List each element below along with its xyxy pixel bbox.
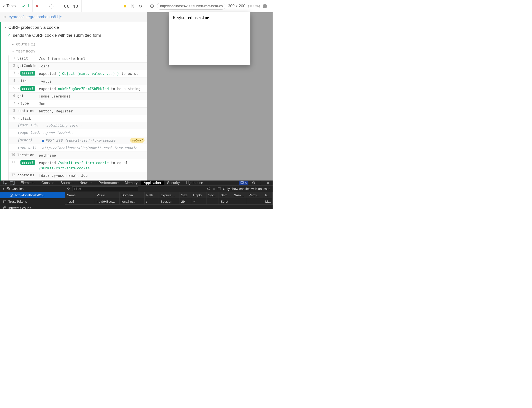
column-header[interactable]: HttpO...: [191, 192, 206, 198]
spec-file-bar[interactable]: 🗎 cypress/integration/bonus81.js: [0, 12, 147, 22]
command-row[interactable]: 13wait@submit: [9, 179, 147, 180]
spinner-icon: ◯: [49, 4, 54, 8]
chevron-left-icon: ‹: [3, 3, 5, 9]
database-icon: [3, 206, 7, 209]
table-cell: Session: [159, 198, 179, 205]
svg-point-12: [8, 189, 9, 189]
check-icon: ✓: [22, 3, 26, 9]
svg-point-17: [3, 200, 6, 201]
refresh-icon[interactable]: ⟳: [67, 187, 70, 191]
tab-performance[interactable]: Performance: [95, 180, 122, 185]
tab-console[interactable]: Console: [38, 180, 58, 185]
sidebar-cookie-origin[interactable]: http://localhost:4200: [0, 192, 65, 198]
tab-security[interactable]: Security: [164, 180, 183, 185]
devtools-sidebar: ▼ Cookies http://localhost:4200 Trust To…: [0, 186, 65, 209]
svg-point-16: [11, 196, 12, 196]
column-header[interactable]: Path: [144, 192, 159, 198]
close-icon[interactable]: ✕: [266, 181, 269, 185]
command-event[interactable]: (other)POST 200 /submit-csrf-form-cookie…: [9, 137, 147, 144]
pass-count: ✓1: [19, 0, 33, 12]
command-event[interactable]: (form sub)--submitting form--: [9, 122, 147, 129]
tab-lighthouse[interactable]: Lighthouse: [183, 180, 206, 185]
routes-section[interactable]: ▶ ROUTES (1): [0, 41, 147, 48]
cookies-icon: [10, 194, 13, 197]
column-header[interactable]: Value: [95, 192, 120, 198]
table-cell: [206, 198, 219, 205]
rerun-button[interactable]: ⟳: [139, 3, 143, 9]
column-header[interactable]: Name: [65, 192, 95, 198]
column-header[interactable]: Sam...: [219, 192, 232, 198]
column-header[interactable]: P...: [263, 192, 273, 198]
clear-icon[interactable]: ✕: [213, 187, 215, 191]
command-row[interactable]: 3- assertexpected { Object (name, value,…: [9, 70, 147, 77]
tab-sources[interactable]: Sources: [57, 180, 77, 185]
inspect-icon[interactable]: [3, 181, 7, 185]
tests-back-button[interactable]: ‹ Tests: [0, 0, 19, 12]
cookie-filter-input[interactable]: [72, 187, 138, 191]
info-icon[interactable]: i: [263, 4, 267, 8]
command-event[interactable]: (page load)--page loaded--: [9, 129, 147, 137]
table-cell: [232, 198, 247, 205]
aut-url-box[interactable]: http://localhost:4200/submit-csrf-form-c…: [157, 3, 225, 10]
column-header[interactable]: Sec...: [206, 192, 219, 198]
svg-point-15: [12, 194, 12, 195]
svg-point-18: [3, 206, 6, 207]
sidebar-item-trust-tokens[interactable]: Trust Tokens: [0, 198, 65, 205]
command-row[interactable]: 6get[name=username]: [9, 93, 147, 100]
device-icon[interactable]: [10, 181, 15, 185]
command-row[interactable]: 7- typeJoe: [9, 100, 147, 108]
selector-playground-button[interactable]: [150, 4, 154, 8]
command-row[interactable]: 4- its.value: [9, 78, 147, 85]
svg-point-1: [152, 6, 153, 6]
sidebar-item-interest-groups[interactable]: Interest Groups: [0, 205, 65, 209]
caret-down-icon: ▼: [12, 50, 15, 53]
command-row[interactable]: 11- assertexpected /submit-csrf-form-coo…: [9, 159, 147, 172]
suite-title: CSRF protection via cookie: [8, 25, 59, 30]
command-event[interactable]: (new url)http://localhost:4200/submit-cs…: [9, 144, 147, 152]
tab-network[interactable]: Network: [77, 180, 95, 185]
suite-header[interactable]: ▼ CSRF protection via cookie: [0, 22, 147, 32]
command-row[interactable]: 1visit/csrf-form-cookie.html: [9, 55, 147, 63]
only-issue-checkbox[interactable]: [218, 187, 221, 190]
column-header[interactable]: Expires ...: [159, 192, 179, 198]
test-body-section[interactable]: ▼ TEST BODY: [0, 48, 147, 55]
table-cell: 29: [179, 198, 191, 205]
column-header[interactable]: Domain: [120, 192, 145, 198]
command-row[interactable]: 8containsbutton, Register: [9, 108, 147, 115]
tab-memory[interactable]: Memory: [122, 180, 141, 185]
command-log: ▼ CSRF protection via cookie ✓ sends the…: [0, 22, 147, 180]
filter-icon[interactable]: [206, 187, 210, 190]
column-header[interactable]: Same...: [232, 192, 247, 198]
svg-point-9: [7, 187, 9, 190]
caret-down-icon: ▼: [4, 26, 7, 29]
svg-rect-7: [10, 182, 13, 184]
database-icon: [3, 200, 7, 203]
tab-application[interactable]: Application: [141, 180, 164, 185]
devtools-messages-badge[interactable]: 5: [239, 181, 249, 185]
svg-point-22: [209, 187, 210, 188]
command-row[interactable]: 12contains[data-cy=username], Joe: [9, 172, 147, 179]
aut-iframe[interactable]: Registered user Joe: [169, 12, 250, 65]
command-row[interactable]: 2getCookie_csrf: [9, 63, 147, 70]
command-list: 1visit/csrf-form-cookie.html2getCookie_c…: [8, 55, 147, 180]
test-row[interactable]: ✓ sends the CSRF cookie with the submitt…: [0, 32, 147, 41]
column-header[interactable]: Size: [179, 192, 191, 198]
more-icon[interactable]: ⋮: [259, 180, 263, 185]
table-cell: ✓: [191, 198, 206, 205]
command-row[interactable]: 10locationpathname: [9, 152, 147, 159]
sidebar-group-cookies[interactable]: ▼ Cookies: [0, 186, 65, 192]
test-title: sends the CSRF cookie with the submitted…: [13, 33, 101, 38]
cookies-table[interactable]: NameValueDomainPathExpires ...SizeHttpO.…: [65, 192, 273, 209]
viewport-toggle-button[interactable]: ⇅: [131, 3, 134, 9]
tab-elements[interactable]: Elements: [17, 180, 38, 185]
settings-icon[interactable]: ⚙: [252, 180, 256, 185]
column-header[interactable]: Partitio...: [247, 192, 263, 198]
table-row[interactable]: _csrfnuk0HEug...localhost/Session29✓Stri…: [65, 198, 273, 205]
command-row[interactable]: 9- click: [9, 115, 147, 122]
table-cell: localhost: [120, 198, 145, 205]
command-row[interactable]: 5- assertexpected nuk0HEugRee7RbmISbFbK7…: [9, 85, 147, 93]
table-cell: /: [144, 198, 159, 205]
table-cell: Me...: [263, 198, 273, 205]
svg-point-24: [209, 189, 210, 190]
status-dot-icon: [124, 5, 126, 8]
